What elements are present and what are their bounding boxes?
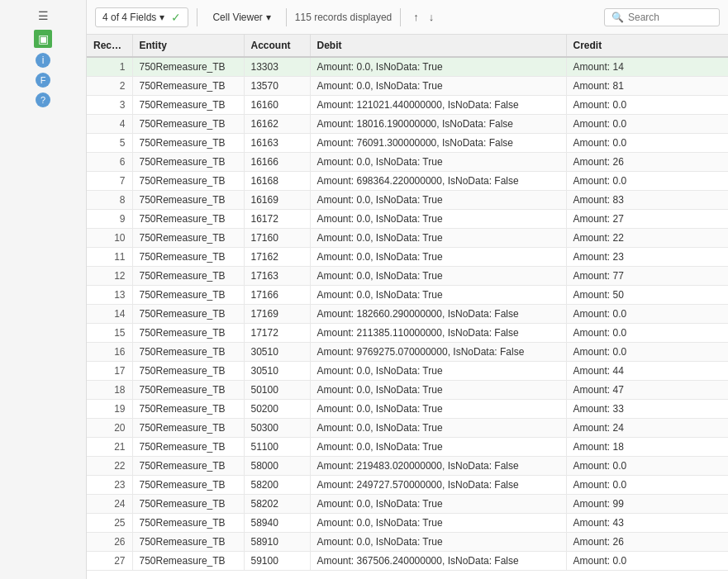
cell-record: 16 [87,343,132,362]
cell-debit: Amount: 219483.020000000, IsNoData: Fals… [310,457,566,476]
cell-account: 17163 [244,267,310,286]
cell-entity: 750Remeasure_TB [132,115,244,134]
table-row[interactable]: 10750Remeasure_TB17160Amount: 0.0, IsNoD… [87,229,728,248]
col-header-debit[interactable]: Debit [310,35,566,57]
table-row[interactable]: 4750Remeasure_TB16162Amount: 18016.19000… [87,115,728,134]
cell-record: 6 [87,153,132,172]
cell-entity: 750Remeasure_TB [132,267,244,286]
table-row[interactable]: 15750Remeasure_TB17172Amount: 211385.110… [87,324,728,343]
cell-record: 26 [87,533,132,552]
table-row[interactable]: 22750Remeasure_TB58000Amount: 219483.020… [87,457,728,476]
cell-credit: Amount: 23 [566,248,728,267]
table-row[interactable]: 23750Remeasure_TB58200Amount: 249727.570… [87,476,728,495]
cell-record: 21 [87,438,132,457]
table-row[interactable]: 7750Remeasure_TB16168Amount: 698364.2200… [87,172,728,191]
toolbar-divider [197,8,197,26]
cell-record: 7 [87,172,132,191]
help-icon[interactable]: ? [36,93,50,107]
table-row[interactable]: 3750Remeasure_TB16160Amount: 121021.4400… [87,96,728,115]
cell-entity: 750Remeasure_TB [132,552,244,571]
cell-debit: Amount: 0.0, IsNoData: True [310,362,566,381]
cell-account: 50100 [244,381,310,400]
col-header-credit[interactable]: Credit [566,35,728,57]
cell-entity: 750Remeasure_TB [132,476,244,495]
table-row[interactable]: 20750Remeasure_TB50300Amount: 0.0, IsNoD… [87,419,728,438]
search-box: 🔍 [604,8,720,26]
cell-entity: 750Remeasure_TB [132,248,244,267]
table-row[interactable]: 26750Remeasure_TB58910Amount: 0.0, IsNoD… [87,533,728,552]
nav-up-button[interactable]: ↑ [409,9,423,25]
cell-record: 5 [87,134,132,153]
toolbar-left: 4 of 4 Fields ▾ ✓ Cell Viewer ▾ 115 reco… [95,7,438,27]
table-row[interactable]: 24750Remeasure_TB58202Amount: 0.0, IsNoD… [87,495,728,514]
table-row[interactable]: 2750Remeasure_TB13570Amount: 0.0, IsNoDa… [87,77,728,96]
table-body: 1750Remeasure_TB13303Amount: 0.0, IsNoDa… [87,57,728,571]
table-row[interactable]: 1750Remeasure_TB13303Amount: 0.0, IsNoDa… [87,57,728,77]
cell-credit: Amount: 26 [566,533,728,552]
cell-viewer-button[interactable]: Cell Viewer ▾ [206,9,277,26]
col-header-account[interactable]: Account [244,35,310,57]
cell-credit: Amount: 22 [566,229,728,248]
table-row[interactable]: 12750Remeasure_TB17163Amount: 0.0, IsNoD… [87,267,728,286]
cell-entity: 750Remeasure_TB [132,57,244,77]
col-debit-label: Debit [317,40,342,51]
cell-record: 17 [87,362,132,381]
col-record-label: Record [93,40,127,51]
table-row[interactable]: 25750Remeasure_TB58940Amount: 0.0, IsNoD… [87,514,728,533]
cell-record: 3 [87,96,132,115]
info-icon[interactable]: i [36,53,50,68]
table-container[interactable]: Record Entity Account Debit Credit [87,35,728,579]
table-row[interactable]: 5750Remeasure_TB16163Amount: 76091.30000… [87,134,728,153]
cell-viewer-label: Cell Viewer [212,12,262,23]
table-icon[interactable]: ▣ [34,30,52,48]
table-row[interactable]: 8750Remeasure_TB16169Amount: 0.0, IsNoDa… [87,191,728,210]
toolbar-divider-2 [286,8,287,26]
cell-entity: 750Remeasure_TB [132,153,244,172]
col-header-record[interactable]: Record [87,35,132,57]
table-row[interactable]: 16750Remeasure_TB30510Amount: 9769275.07… [87,343,728,362]
table-row[interactable]: 9750Remeasure_TB16172Amount: 0.0, IsNoDa… [87,210,728,229]
cell-entity: 750Remeasure_TB [132,381,244,400]
cell-credit: Amount: 27 [566,210,728,229]
nav-down-button[interactable]: ↓ [425,9,439,25]
table-row[interactable]: 6750Remeasure_TB16166Amount: 0.0, IsNoDa… [87,153,728,172]
cell-debit: Amount: 0.0, IsNoData: True [310,495,566,514]
cell-debit: Amount: 18016.190000000, IsNoData: False [310,115,566,134]
cell-account: 13303 [244,57,310,77]
cell-credit: Amount: 0.0 [566,552,728,571]
cell-account: 16162 [244,115,310,134]
cell-debit: Amount: 0.0, IsNoData: True [310,57,566,77]
cell-credit: Amount: 18 [566,438,728,457]
filter-icon[interactable]: F [36,73,50,88]
cell-debit: Amount: 0.0, IsNoData: True [310,438,566,457]
table-row[interactable]: 14750Remeasure_TB17169Amount: 182660.290… [87,305,728,324]
cell-account: 17172 [244,324,310,343]
cell-account: 58202 [244,495,310,514]
cell-record: 1 [87,57,132,77]
cell-record: 4 [87,115,132,134]
cell-account: 16166 [244,153,310,172]
table-row[interactable]: 21750Remeasure_TB51100Amount: 0.0, IsNoD… [87,438,728,457]
table-row[interactable]: 13750Remeasure_TB17166Amount: 0.0, IsNoD… [87,286,728,305]
search-input[interactable] [628,12,711,23]
cell-debit: Amount: 9769275.070000000, IsNoData: Fal… [310,343,566,362]
toolbar-divider-3 [400,8,401,26]
cell-record: 10 [87,229,132,248]
cell-debit: Amount: 0.0, IsNoData: True [310,419,566,438]
cell-credit: Amount: 24 [566,419,728,438]
cell-credit: Amount: 0.0 [566,96,728,115]
table-row[interactable]: 18750Remeasure_TB50100Amount: 0.0, IsNoD… [87,381,728,400]
table-row[interactable]: 27750Remeasure_TB59100Amount: 367506.240… [87,552,728,571]
cell-entity: 750Remeasure_TB [132,514,244,533]
table-row[interactable]: 17750Remeasure_TB30510Amount: 0.0, IsNoD… [87,362,728,381]
cell-record: 23 [87,476,132,495]
cell-record: 13 [87,286,132,305]
col-header-entity[interactable]: Entity [132,35,244,57]
table-row[interactable]: 11750Remeasure_TB17162Amount: 0.0, IsNoD… [87,248,728,267]
table-row[interactable]: 19750Remeasure_TB50200Amount: 0.0, IsNoD… [87,400,728,419]
list-icon[interactable]: ☰ [34,7,52,25]
cell-viewer-arrow-icon: ▾ [266,12,271,23]
app-container: ☰ ▣ i F ? 4 of 4 Fields ▾ ✓ Cell Viewer … [0,0,728,579]
fields-selector[interactable]: 4 of 4 Fields ▾ ✓ [95,7,188,27]
cell-entity: 750Remeasure_TB [132,172,244,191]
